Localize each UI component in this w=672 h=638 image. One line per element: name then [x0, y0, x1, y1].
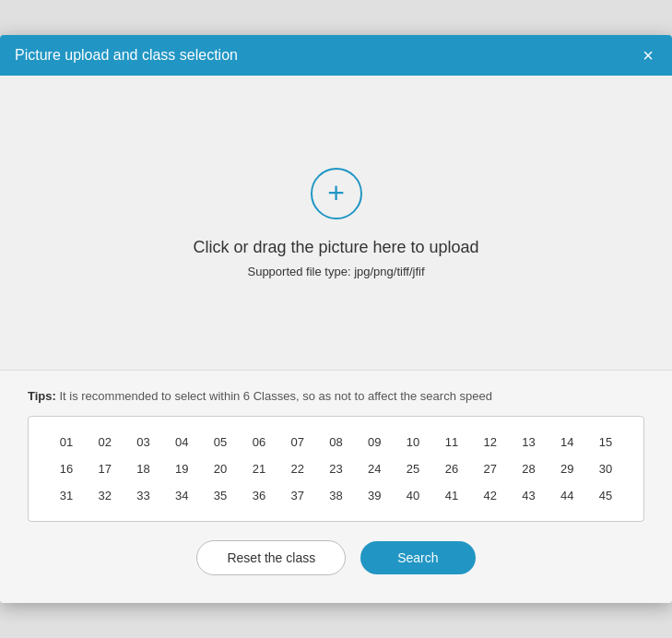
class-item[interactable]: 44 [548, 485, 586, 506]
class-item[interactable]: 01 [47, 431, 86, 453]
upload-sub-text: Supported file type: jpg/png/tiff/jfif [247, 265, 424, 278]
class-grid: 0102030405060708091011121314151617181920… [47, 431, 625, 506]
tips-label: Tips: [28, 389, 56, 403]
class-item[interactable]: 15 [586, 431, 625, 453]
class-item[interactable]: 25 [394, 458, 432, 479]
class-item[interactable]: 14 [548, 431, 586, 453]
class-grid-container: 0102030405060708091011121314151617181920… [28, 416, 644, 522]
class-item[interactable]: 28 [510, 458, 548, 479]
class-item[interactable]: 27 [471, 458, 510, 479]
dialog-header: Picture upload and class selection × [0, 35, 672, 76]
class-item[interactable]: 31 [47, 485, 86, 506]
class-item[interactable]: 26 [432, 458, 471, 479]
plus-icon: + [327, 176, 345, 210]
bottom-section: Tips: It is recommended to select within… [0, 371, 672, 603]
class-item[interactable]: 33 [124, 485, 163, 506]
reset-button[interactable]: Reset the class [196, 540, 346, 575]
class-item[interactable]: 23 [317, 458, 356, 479]
upload-area[interactable]: + Click or drag the picture here to uplo… [0, 76, 672, 371]
class-item[interactable]: 41 [432, 485, 471, 506]
class-item[interactable]: 40 [394, 485, 432, 506]
class-item[interactable]: 02 [86, 431, 124, 453]
class-item[interactable]: 32 [86, 485, 124, 506]
class-item[interactable]: 22 [278, 458, 317, 479]
class-item[interactable]: 07 [278, 431, 317, 453]
tips-text: It is recommended to select within 6 Cla… [59, 389, 491, 403]
class-item[interactable]: 12 [471, 431, 510, 453]
class-item[interactable]: 16 [47, 458, 86, 479]
class-item[interactable]: 17 [86, 458, 124, 479]
class-item[interactable]: 10 [394, 431, 432, 453]
class-item[interactable]: 34 [162, 485, 201, 506]
upload-icon: + [311, 168, 362, 219]
class-item[interactable]: 18 [124, 458, 163, 479]
class-item[interactable]: 09 [355, 431, 394, 453]
class-item[interactable]: 30 [586, 458, 625, 479]
class-item[interactable]: 38 [317, 485, 356, 506]
search-button[interactable]: Search [360, 541, 475, 574]
upload-main-text: Click or drag the picture here to upload [193, 238, 478, 257]
class-item[interactable]: 19 [162, 458, 201, 479]
dialog: Picture upload and class selection × + C… [0, 35, 672, 603]
action-row: Reset the class Search [28, 540, 644, 575]
class-item[interactable]: 42 [471, 485, 510, 506]
class-item[interactable]: 29 [548, 458, 586, 479]
class-item[interactable]: 03 [124, 431, 163, 453]
class-item[interactable]: 05 [201, 431, 240, 453]
tips-row: Tips: It is recommended to select within… [28, 389, 644, 403]
class-item[interactable]: 43 [510, 485, 548, 506]
class-item[interactable]: 06 [240, 431, 278, 453]
class-item[interactable]: 08 [317, 431, 356, 453]
dialog-title: Picture upload and class selection [15, 47, 238, 64]
class-item[interactable]: 24 [355, 458, 394, 479]
close-button[interactable]: × [639, 44, 657, 66]
file-type-value: jpg/png/tiff/jfif [354, 265, 424, 278]
class-item[interactable]: 35 [201, 485, 240, 506]
class-item[interactable]: 37 [278, 485, 317, 506]
class-item[interactable]: 04 [162, 431, 201, 453]
class-item[interactable]: 13 [510, 431, 548, 453]
class-item[interactable]: 21 [240, 458, 278, 479]
class-item[interactable]: 45 [586, 485, 625, 506]
file-type-label: Supported file type: [247, 265, 350, 278]
class-item[interactable]: 36 [240, 485, 278, 506]
class-item[interactable]: 11 [432, 431, 471, 453]
class-item[interactable]: 20 [201, 458, 240, 479]
class-item[interactable]: 39 [355, 485, 394, 506]
